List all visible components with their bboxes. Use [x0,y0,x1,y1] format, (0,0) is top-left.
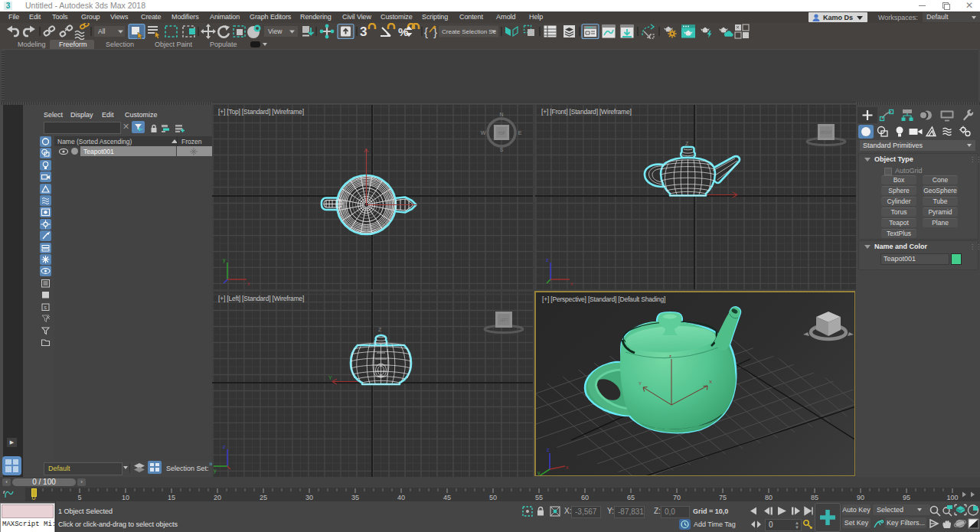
svg-text:45: 45 [443,494,451,501]
svg-text:x: x [247,281,250,286]
svg-text:Z: Z [685,141,689,146]
svg-text:z: z [669,354,671,358]
svg-text:95: 95 [903,494,910,501]
svg-text:20: 20 [214,494,221,501]
svg-text:90: 90 [857,494,864,501]
svg-text:5: 5 [77,494,81,501]
svg-text:100: 100 [946,494,958,501]
svg-text:[+] [Front] [Standard] [Wirefr: [+] [Front] [Standard] [Wireframe] [541,108,632,116]
svg-text:N: N [499,112,503,117]
svg-text:Y: Y [639,381,642,386]
svg-text:z: z [546,257,549,263]
svg-text:70: 70 [673,494,681,501]
svg-text:S: S [500,147,504,152]
svg-text:{: { [424,25,428,38]
svg-text:[+] [Top] [Standard] [Wirefram: [+] [Top] [Standard] [Wireframe] [218,108,304,116]
svg-text:[+] [Perspective] [Standard] [: [+] [Perspective] [Standard] [Default Sh… [542,295,665,303]
svg-text:TOP: TOP [498,132,505,135]
svg-text:25: 25 [260,494,267,501]
svg-text:Create Selection Se: Create Selection Se [442,28,497,35]
svg-text:FRONT: FRONT [820,131,832,135]
svg-text:55: 55 [535,494,543,501]
svg-text:%: % [398,25,408,38]
svg-text:60: 60 [581,494,589,501]
svg-text:85: 85 [811,494,818,501]
svg-text:65: 65 [627,494,635,501]
svg-text:30: 30 [305,494,313,501]
svg-text:View: View [268,28,283,35]
svg-text:x: x [566,465,569,470]
svg-text:y: y [223,257,226,263]
svg-text:35: 35 [351,494,359,501]
svg-text:x: x [570,281,573,286]
svg-text:z: z [547,447,550,452]
svg-text:40: 40 [397,494,405,501]
svg-text:W: W [481,130,486,135]
svg-text:Z: Z [378,327,382,332]
svg-text:15: 15 [168,494,175,501]
svg-text:75: 75 [719,494,727,501]
svg-text:y: y [537,470,541,475]
svg-text:10: 10 [122,494,129,501]
svg-text:All: All [98,28,106,35]
svg-text:y: y [214,468,217,474]
svg-text:s: s [44,305,47,311]
svg-text:[+] [Left] [Standard] [Wirefra: [+] [Left] [Standard] [Wireframe] [218,295,304,302]
svg-text:E: E [518,130,522,135]
svg-text:3: 3 [360,24,367,39]
svg-text:X: X [709,380,712,384]
svg-text:LEFT: LEFT [499,318,508,322]
svg-text:50: 50 [489,494,497,501]
svg-text:z: z [223,444,226,449]
svg-text:Y: Y [328,375,332,380]
svg-text:80: 80 [765,494,773,501]
